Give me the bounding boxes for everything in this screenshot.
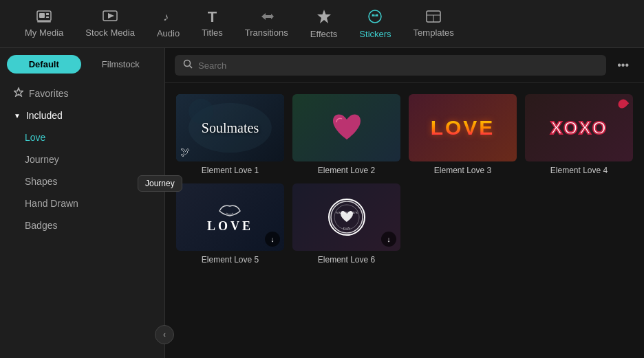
- label-love4: Element Love 4: [525, 166, 633, 175]
- sidebar-item-badges[interactable]: Badges: [0, 214, 164, 236]
- svg-point-11: [376, 14, 378, 16]
- nav-label-titles: Titles: [202, 27, 223, 38]
- sidebar-collapse-button[interactable]: ‹: [155, 325, 174, 344]
- top-navigation: My Media Stock Media ♪ Audio T Titles Tr…: [0, 0, 644, 48]
- nav-item-transitions[interactable]: Transitions: [234, 5, 299, 43]
- label-love2: Element Love 2: [292, 166, 400, 175]
- thumbnail-love6: VALENTINE'S DAY ↓: [292, 183, 400, 251]
- nav-item-audio[interactable]: ♪ Audio: [146, 4, 191, 44]
- sidebar-tab-group: Default Filmstock: [0, 48, 164, 74]
- nav-item-templates[interactable]: Templates: [402, 5, 465, 43]
- audio-icon: ♪: [162, 10, 175, 25]
- sidebar-item-hand-drawn[interactable]: Hand Drawn: [0, 192, 164, 214]
- svg-rect-1: [39, 13, 45, 18]
- tab-filmstock[interactable]: Filmstock: [84, 55, 158, 74]
- label-love5: Element Love 5: [176, 255, 284, 265]
- svg-rect-3: [46, 16, 49, 18]
- nav-label-templates: Templates: [414, 27, 454, 38]
- sidebar-item-journey[interactable]: Journey: [0, 148, 164, 170]
- search-bar: •••: [165, 48, 644, 83]
- nav-label-stickers: Stickers: [359, 29, 391, 39]
- thumbnail-love4: XOXO: [525, 94, 633, 161]
- sidebar-item-favorites[interactable]: Favorites: [0, 82, 164, 104]
- stock-media-icon: [103, 10, 118, 25]
- nav-item-my-media[interactable]: My Media: [14, 5, 74, 43]
- svg-text:DAY: DAY: [343, 227, 350, 230]
- nav-item-titles[interactable]: T Titles: [191, 4, 234, 43]
- sidebar-content: Favorites ▼ Included Love Journey Shapes…: [0, 74, 164, 358]
- sidebar: Default Filmstock Favorites ▼ Included L…: [0, 48, 165, 358]
- search-input[interactable]: [198, 60, 598, 71]
- svg-marker-8: [317, 10, 331, 23]
- section-included-label: Included: [26, 110, 63, 121]
- section-included-items: Love Journey Shapes Hand Drawn Badges: [0, 126, 164, 236]
- grid-item-love4[interactable]: XOXO Element Love 4: [525, 94, 633, 175]
- svg-point-16: [184, 60, 191, 67]
- nav-item-stickers[interactable]: Stickers: [348, 3, 402, 45]
- download-icon-love6: ↓: [381, 232, 396, 247]
- chevron-down-icon: ▼: [14, 112, 21, 120]
- svg-marker-6: [108, 13, 114, 19]
- chevron-left-icon: ‹: [163, 330, 166, 339]
- nav-label-audio: Audio: [157, 28, 180, 38]
- sidebar-item-love[interactable]: Love: [0, 126, 164, 148]
- svg-marker-15: [14, 88, 23, 96]
- section-included-header[interactable]: ▼ Included: [0, 104, 164, 126]
- star-icon: [14, 87, 23, 99]
- svg-rect-4: [37, 21, 51, 23]
- more-options-button[interactable]: •••: [612, 56, 634, 74]
- label-love1: Element Love 1: [176, 166, 284, 175]
- grid-item-love2[interactable]: Element Love 2: [292, 94, 400, 175]
- search-wrapper: [175, 55, 606, 76]
- grid-item-love3[interactable]: LOVE Element Love 3: [409, 94, 517, 175]
- thumbnail-love1: Soulmates 🕊: [176, 94, 284, 161]
- effects-icon: [316, 9, 332, 26]
- download-icon-love5: ↓: [265, 232, 280, 247]
- thumbnail-love3: LOVE: [409, 94, 517, 161]
- favorites-label: Favorites: [29, 88, 69, 99]
- nav-label-transitions: Transitions: [245, 27, 288, 38]
- main-layout: Default Filmstock Favorites ▼ Included L…: [0, 48, 644, 358]
- label-love3: Element Love 3: [409, 166, 517, 175]
- nav-label-stock-media: Stock Media: [85, 27, 135, 38]
- content-area: ••• Soulmates 🕊: [165, 48, 644, 358]
- my-media-icon: [36, 10, 52, 25]
- grid-item-love6[interactable]: VALENTINE'S DAY ↓ Element Love 6: [292, 183, 400, 265]
- label-love6: Element Love 6: [292, 255, 400, 265]
- thumbnail-love5: LOVE ↓: [176, 183, 284, 251]
- tab-default[interactable]: Default: [7, 55, 81, 74]
- grid-item-love5[interactable]: LOVE ↓ Element Love 5: [176, 183, 284, 265]
- transitions-icon: [259, 10, 274, 25]
- svg-point-10: [372, 14, 374, 16]
- nav-item-effects[interactable]: Effects: [299, 3, 349, 45]
- nav-item-stock-media[interactable]: Stock Media: [74, 5, 146, 43]
- nav-label-my-media: My Media: [25, 27, 63, 38]
- valentine-badge: VALENTINE'S DAY: [328, 199, 365, 236]
- svg-rect-2: [46, 13, 49, 15]
- sidebar-item-shapes[interactable]: Shapes: [0, 170, 164, 192]
- svg-line-17: [190, 66, 193, 69]
- grid-item-love1[interactable]: Soulmates 🕊 Element Love 1: [176, 94, 284, 175]
- nav-label-effects: Effects: [310, 29, 338, 39]
- svg-text:♪: ♪: [163, 11, 169, 23]
- search-icon: [183, 59, 193, 71]
- stickers-grid: Soulmates 🕊 Element Love 1 Elemen: [165, 83, 644, 358]
- templates-icon: [426, 10, 441, 25]
- thumbnail-love2: [292, 94, 400, 161]
- stickers-icon: [367, 9, 383, 26]
- titles-icon: T: [208, 10, 217, 25]
